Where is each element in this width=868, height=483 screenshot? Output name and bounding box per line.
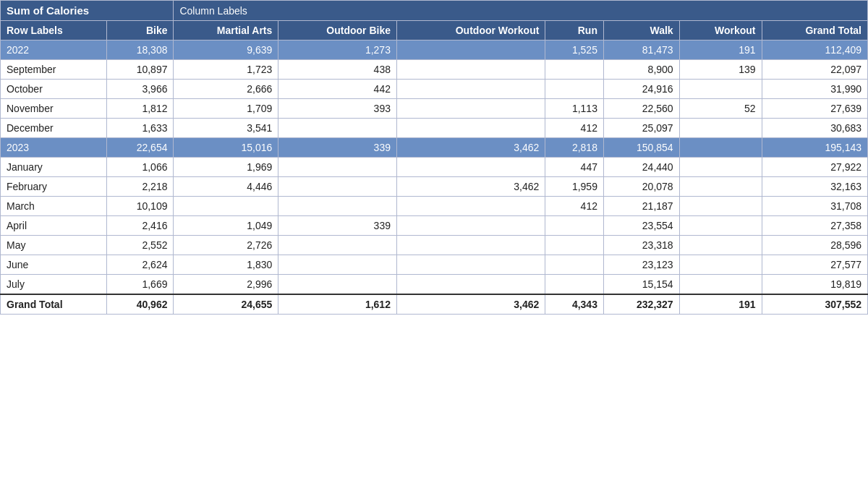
- month-walk: 22,560: [603, 99, 679, 119]
- table-row: July 1,669 2,996 15,154 19,819: [1, 275, 868, 295]
- year-outdoor-bike: 339: [278, 138, 397, 158]
- workout-header: Workout: [679, 21, 762, 40]
- month-martial-arts: 2,996: [174, 275, 278, 295]
- year-workout: [679, 138, 762, 158]
- month-walk: 24,440: [603, 158, 679, 177]
- title-text: Sum of Calories: [7, 4, 89, 17]
- month-outdoor-bike: [278, 158, 397, 177]
- month-outdoor-workout: [396, 197, 545, 216]
- month-outdoor-bike: [278, 275, 397, 295]
- column-labels-text: Column Labels: [179, 5, 247, 17]
- year-row: 2023 22,654 15,016 339 3,462 2,818 150,8…: [1, 138, 868, 158]
- month-outdoor-workout: [396, 236, 545, 255]
- grand-total-run: 4,343: [545, 294, 604, 315]
- month-bike: 2,624: [106, 255, 174, 275]
- table-row: October 3,966 2,666 442 24,916 31,990: [1, 80, 868, 99]
- pivot-table: Sum of Calories Column Labels Row Labels…: [0, 0, 868, 315]
- table-row: March 10,109 412 21,187 31,708: [1, 197, 868, 216]
- month-outdoor-workout: [396, 119, 545, 138]
- month-bike: 2,416: [106, 216, 174, 236]
- month-martial-arts: 1,049: [174, 216, 278, 236]
- month-outdoor-bike: [278, 177, 397, 197]
- outdoor-bike-header: Outdoor Bike: [278, 21, 397, 40]
- month-run: [545, 255, 604, 275]
- month-workout: [679, 275, 762, 295]
- month-outdoor-bike: [278, 197, 397, 216]
- outdoor-workout-header: Outdoor Workout: [396, 21, 545, 40]
- month-grand-total: 22,097: [762, 60, 867, 80]
- month-run: 412: [545, 197, 604, 216]
- month-walk: 23,123: [603, 255, 679, 275]
- month-run: [545, 80, 604, 99]
- row-labels-header: Row Labels: [1, 21, 107, 40]
- month-grand-total: 32,163: [762, 177, 867, 197]
- table-row: June 2,624 1,830 23,123 27,577: [1, 255, 868, 275]
- month-outdoor-workout: [396, 60, 545, 80]
- year-bike: 22,654: [106, 138, 174, 158]
- month-walk: 21,187: [603, 197, 679, 216]
- month-martial-arts: [174, 197, 278, 216]
- table-body: 2022 18,308 9,639 1,273 1,525 81,473 191…: [1, 40, 868, 315]
- month-label: December: [1, 119, 107, 138]
- month-bike: 1,633: [106, 119, 174, 138]
- month-bike: 3,966: [106, 80, 174, 99]
- month-outdoor-workout: [396, 99, 545, 119]
- month-walk: 20,078: [603, 177, 679, 197]
- month-run: 447: [545, 158, 604, 177]
- grand-total-bike: 40,962: [106, 294, 174, 315]
- table-row: January 1,066 1,969 447 24,440 27,922: [1, 158, 868, 177]
- month-walk: 23,318: [603, 236, 679, 255]
- grand-total-row: Grand Total 40,962 24,655 1,612 3,462 4,…: [1, 294, 868, 315]
- month-walk: 25,097: [603, 119, 679, 138]
- year-label: 2022: [1, 40, 107, 60]
- year-martial-arts: 15,016: [174, 138, 278, 158]
- year-workout: 191: [679, 40, 762, 60]
- grand-total-martial-arts: 24,655: [174, 294, 278, 315]
- year-walk: 150,854: [603, 138, 679, 158]
- month-bike: 2,552: [106, 236, 174, 255]
- year-outdoor-workout: 3,462: [396, 138, 545, 158]
- month-label: July: [1, 275, 107, 295]
- month-outdoor-bike: [278, 119, 397, 138]
- month-label: May: [1, 236, 107, 255]
- month-walk: 8,900: [603, 60, 679, 80]
- month-bike: 1,669: [106, 275, 174, 295]
- grand-total-workout: 191: [679, 294, 762, 315]
- month-label: June: [1, 255, 107, 275]
- month-workout: [679, 236, 762, 255]
- month-walk: 24,916: [603, 80, 679, 99]
- run-header: Run: [545, 21, 604, 40]
- month-grand-total: 31,990: [762, 80, 867, 99]
- bike-header: Bike: [106, 21, 174, 40]
- month-outdoor-bike: [278, 236, 397, 255]
- column-labels-header: Column Labels: [174, 1, 868, 21]
- year-bike: 18,308: [106, 40, 174, 60]
- month-run: 412: [545, 119, 604, 138]
- month-martial-arts: 2,666: [174, 80, 278, 99]
- month-outdoor-workout: [396, 275, 545, 295]
- table-row: February 2,218 4,446 3,462 1,959 20,078 …: [1, 177, 868, 197]
- month-label: April: [1, 216, 107, 236]
- month-grand-total: 30,683: [762, 119, 867, 138]
- month-grand-total: 27,639: [762, 99, 867, 119]
- table-row: December 1,633 3,541 412 25,097 30,683: [1, 119, 868, 138]
- month-grand-total: 27,577: [762, 255, 867, 275]
- year-run: 2,818: [545, 138, 604, 158]
- grand-total-label: Grand Total: [1, 294, 107, 315]
- month-bike: 10,109: [106, 197, 174, 216]
- month-workout: [679, 216, 762, 236]
- year-label: 2023: [1, 138, 107, 158]
- month-grand-total: 19,819: [762, 275, 867, 295]
- month-bike: 10,897: [106, 60, 174, 80]
- month-workout: 52: [679, 99, 762, 119]
- month-run: 1,959: [545, 177, 604, 197]
- month-workout: [679, 177, 762, 197]
- grand-total-walk: 232,327: [603, 294, 679, 315]
- table-row: May 2,552 2,726 23,318 28,596: [1, 236, 868, 255]
- table-row: September 10,897 1,723 438 8,900 139 22,…: [1, 60, 868, 80]
- month-martial-arts: 1,709: [174, 99, 278, 119]
- month-label: February: [1, 177, 107, 197]
- grand-total-grand-total: 307,552: [762, 294, 867, 315]
- month-outdoor-bike: 438: [278, 60, 397, 80]
- month-martial-arts: 2,726: [174, 236, 278, 255]
